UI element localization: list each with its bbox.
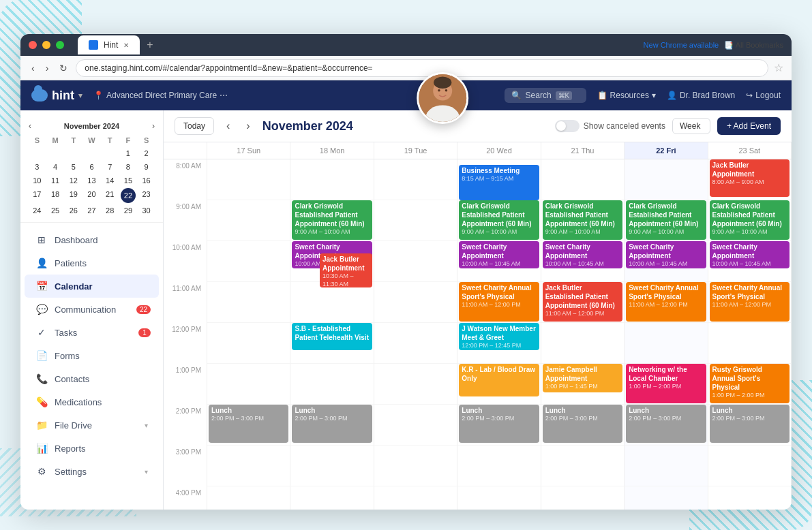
sidebar-item-tasks[interactable]: ✓ Tasks 1 bbox=[25, 321, 159, 344]
slot-tue-3[interactable] bbox=[374, 446, 457, 486]
slot-fri-11[interactable]: Sweet Charity Annual Sport's Physical 11… bbox=[625, 282, 708, 323]
event-lunch-sun[interactable]: Lunch 2:00 PM – 3:00 PM bbox=[209, 405, 288, 443]
mini-cal-day[interactable] bbox=[65, 147, 82, 159]
close-traffic-light[interactable] bbox=[29, 41, 37, 49]
settings-expand[interactable]: ▾ bbox=[145, 468, 148, 476]
slot-wed-1[interactable]: K.R - Lab / Blood Draw Only bbox=[457, 364, 541, 405]
mini-cal-day[interactable] bbox=[29, 147, 46, 159]
slot-sun-2[interactable]: Lunch 2:00 PM – 3:00 PM bbox=[207, 405, 290, 446]
active-tab[interactable]: Hint ✕ bbox=[78, 35, 140, 54]
event-sweet-charity-annual-wed[interactable]: Sweet Charity Annual Sport's Physical 11… bbox=[459, 282, 539, 322]
mini-cal-day[interactable]: 19 bbox=[65, 188, 82, 203]
slot-tue-1[interactable] bbox=[374, 364, 457, 405]
slot-tue-11[interactable] bbox=[374, 282, 457, 323]
sidebar-item-communication[interactable]: 💬 Communication 22 bbox=[25, 298, 159, 321]
mini-cal-day[interactable]: 26 bbox=[65, 204, 82, 217]
event-jack-butler-sat-8[interactable]: Jack Butler Appointment 8:00 AM – 9:00 A… bbox=[710, 159, 790, 197]
hint-logo-caret[interactable]: ▾ bbox=[78, 91, 82, 100]
slot-fri-4[interactable] bbox=[625, 486, 708, 510]
mini-cal-prev[interactable]: ‹ bbox=[29, 121, 31, 131]
mini-cal-day[interactable]: 25 bbox=[47, 204, 64, 217]
mini-cal-day[interactable]: 12 bbox=[65, 174, 82, 187]
slot-sun-11[interactable] bbox=[207, 282, 290, 323]
slot-tue-9[interactable] bbox=[374, 200, 457, 241]
day-header-mon[interactable]: 18 Mon bbox=[290, 142, 374, 159]
mini-cal-day[interactable]: 13 bbox=[83, 174, 100, 187]
event-sb-telehealth[interactable]: S.B - Established Patient Telehealth Vis… bbox=[292, 323, 372, 350]
slot-sun-12[interactable] bbox=[207, 323, 290, 364]
event-sweet-charity-annual-sat[interactable]: Sweet Charity Annual Sport's Physical 11… bbox=[710, 282, 790, 322]
org-selector[interactable]: 📍 Advanced Direct Primary Care ⋯ bbox=[93, 91, 228, 100]
search-bar[interactable]: 🔍 Search ⌘K bbox=[505, 88, 586, 103]
mini-cal-day[interactable]: 30 bbox=[138, 204, 155, 217]
event-clark-wed[interactable]: Clark Griswold Established Patient Appoi… bbox=[459, 200, 539, 240]
slot-mon-3[interactable] bbox=[290, 446, 374, 486]
mini-cal-day[interactable]: 7 bbox=[102, 161, 119, 173]
back-button[interactable]: ‹ bbox=[29, 60, 37, 76]
slot-tue-10[interactable] bbox=[374, 241, 457, 282]
slot-sat-10[interactable]: Sweet Charity Appointment 10:00 AM – 10:… bbox=[708, 241, 792, 282]
slot-thu-1[interactable]: Jamie Campbell Appointment 1:00 PM – 1:4… bbox=[541, 364, 625, 405]
day-header-sun[interactable]: 17 Sun bbox=[207, 142, 290, 159]
day-header-fri[interactable]: 22 Fri bbox=[625, 142, 708, 159]
slot-wed-8[interactable]: Business Meeting 8:15 AM – 9:15 AM bbox=[457, 159, 541, 200]
slot-mon-2[interactable]: Lunch 2:00 PM – 3:00 PM bbox=[290, 405, 374, 446]
day-header-tue[interactable]: 19 Tue bbox=[374, 142, 457, 159]
slot-mon-12[interactable]: S.B - Established Patient Telehealth Vis… bbox=[290, 323, 374, 364]
mini-cal-day[interactable]: 2 bbox=[138, 147, 155, 159]
slot-sun-9[interactable] bbox=[207, 200, 290, 241]
slot-wed-12[interactable]: J Watson New Member Meet & Greet 12:00 P… bbox=[457, 323, 541, 364]
mini-cal-day[interactable]: 8 bbox=[120, 161, 137, 173]
mini-cal-day[interactable]: 10 bbox=[29, 174, 46, 187]
slot-thu-11[interactable]: Jack Butler Established Patient Appointm… bbox=[541, 282, 625, 323]
slot-fri-12[interactable] bbox=[625, 323, 708, 364]
slot-mon-9[interactable]: Clark Griswold Established Patient Appoi… bbox=[290, 200, 374, 241]
next-week-button[interactable]: › bbox=[242, 117, 254, 135]
resources-menu[interactable]: 📋 Resources ▾ bbox=[597, 91, 656, 100]
today-button[interactable]: Today bbox=[175, 117, 214, 135]
event-kr-blooddraw[interactable]: K.R - Lab / Blood Draw Only bbox=[459, 364, 539, 396]
event-sweet-charity-fri[interactable]: Sweet Charity Appointment 10:00 AM – 10:… bbox=[626, 241, 706, 268]
slot-mon-8[interactable] bbox=[290, 159, 374, 200]
day-header-sat[interactable]: 23 Sat bbox=[708, 142, 792, 159]
slot-mon-10[interactable]: Sweet Charity Appointment 10:00 AM – 10:… bbox=[290, 241, 374, 282]
slot-sun-10[interactable] bbox=[207, 241, 290, 282]
mini-cal-day[interactable]: 4 bbox=[47, 161, 64, 173]
sidebar-item-file-drive[interactable]: 📁 File Drive ▾ bbox=[25, 414, 159, 437]
new-chrome-button[interactable]: New Chrome available bbox=[644, 41, 719, 49]
all-bookmarks-button[interactable]: 📑 All Bookmarks bbox=[724, 41, 783, 50]
url-input[interactable] bbox=[76, 59, 768, 77]
view-selector[interactable]: Week Day Month bbox=[672, 118, 710, 134]
slot-wed-3[interactable] bbox=[457, 446, 541, 486]
mini-cal-today[interactable]: 22 bbox=[121, 188, 136, 203]
sidebar-item-calendar[interactable]: 📅 Calendar bbox=[25, 275, 159, 298]
slot-sat-2[interactable]: Lunch 2:00 PM – 3:00 PM bbox=[708, 405, 792, 446]
slot-fri-10[interactable]: Sweet Charity Appointment 10:00 AM – 10:… bbox=[625, 241, 708, 282]
event-rusty-griswold-sat[interactable]: Rusty Griswold Annual Sport's Physical 1… bbox=[710, 364, 790, 403]
event-business-meeting[interactable]: Business Meeting 8:15 AM – 9:15 AM bbox=[459, 165, 539, 200]
mini-cal-day[interactable] bbox=[102, 147, 119, 159]
slot-sat-9[interactable]: Clark Griswold Established Patient Appoi… bbox=[708, 200, 792, 241]
sidebar-item-reports[interactable]: 📊 Reports bbox=[25, 437, 159, 460]
doctor-profile[interactable]: 👤 Dr. Brad Brown bbox=[667, 91, 735, 100]
event-clark-thu[interactable]: Clark Griswold Established Patient Appoi… bbox=[543, 200, 622, 240]
slot-thu-3[interactable] bbox=[541, 446, 625, 486]
mini-cal-day[interactable]: 14 bbox=[102, 174, 119, 187]
sidebar-item-patients[interactable]: 👤 Patients bbox=[25, 251, 159, 275]
slot-fri-3[interactable] bbox=[625, 446, 708, 486]
slot-wed-2[interactable]: Lunch 2:00 PM – 3:00 PM bbox=[457, 405, 541, 446]
slot-thu-10[interactable]: Sweet Charity Appointment 10:00 AM – 10:… bbox=[541, 241, 625, 282]
mini-cal-day[interactable]: 20 bbox=[83, 188, 100, 203]
slot-sat-1[interactable]: Rusty Griswold Annual Sport's Physical 1… bbox=[708, 364, 792, 405]
slot-sat-11[interactable]: Sweet Charity Annual Sport's Physical 11… bbox=[708, 282, 792, 323]
slot-thu-9[interactable]: Clark Griswold Established Patient Appoi… bbox=[541, 200, 625, 241]
slot-sun-8[interactable] bbox=[207, 159, 290, 200]
slot-wed-9[interactable]: Clark Griswold Established Patient Appoi… bbox=[457, 200, 541, 241]
event-clark-mon[interactable]: Clark Griswold Established Patient Appoi… bbox=[292, 200, 372, 240]
day-header-wed[interactable]: 20 Wed bbox=[457, 142, 541, 159]
reload-button[interactable]: ↻ bbox=[57, 60, 70, 76]
mini-cal-day[interactable]: 18 bbox=[47, 188, 64, 203]
event-lunch-thu[interactable]: Lunch 2:00 PM – 3:00 PM bbox=[543, 405, 622, 443]
slot-fri-1[interactable]: Networking w/ the Local Chamber 1:00 PM … bbox=[625, 364, 708, 405]
slot-tue-12[interactable] bbox=[374, 323, 457, 364]
